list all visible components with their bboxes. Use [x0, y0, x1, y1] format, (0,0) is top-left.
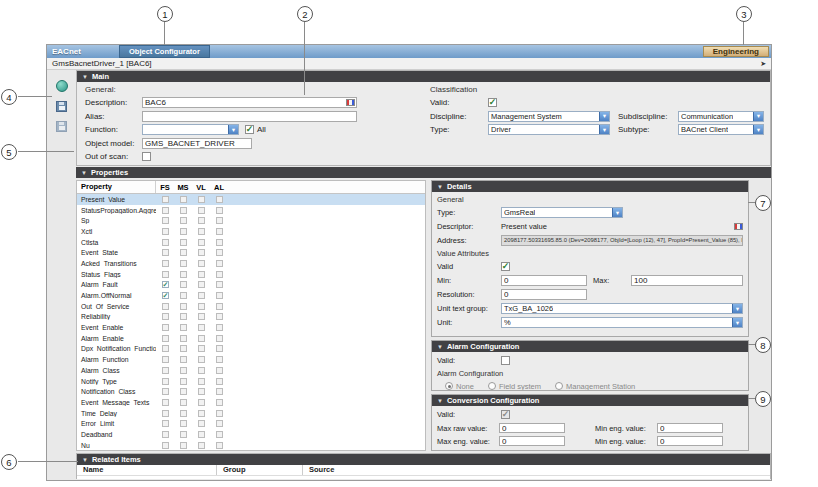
property-vl-checkbox[interactable] [198, 228, 205, 235]
property-fs-checkbox[interactable] [162, 335, 169, 342]
property-al-checkbox[interactable] [216, 399, 223, 406]
property-ms-checkbox[interactable] [180, 292, 187, 299]
property-fs-checkbox[interactable] [162, 324, 169, 331]
property-vl-checkbox[interactable] [198, 292, 205, 299]
resolution-input[interactable] [501, 289, 587, 300]
property-row[interactable]: Event_Enable [77, 322, 425, 333]
alarm-option-field-system[interactable]: Field system [488, 382, 541, 391]
property-al-checkbox[interactable] [216, 281, 223, 288]
property-ms-checkbox[interactable] [180, 281, 187, 288]
property-ms-checkbox[interactable] [180, 378, 187, 385]
property-ms-checkbox[interactable] [180, 367, 187, 374]
property-fs-checkbox[interactable] [162, 378, 169, 385]
property-vl-checkbox[interactable] [198, 431, 205, 438]
property-row[interactable]: Notification_Class [77, 386, 425, 397]
property-al-checkbox[interactable] [216, 292, 223, 299]
engineering-mode-button[interactable]: Engineering [703, 46, 769, 57]
language-flag-icon[interactable] [346, 99, 355, 106]
property-ms-checkbox[interactable] [180, 345, 187, 352]
column-header-vl[interactable]: VL [192, 183, 210, 192]
conversion-field-input[interactable] [657, 423, 723, 433]
property-row[interactable]: Sp [77, 215, 425, 226]
property-row[interactable]: Present_Value [77, 194, 425, 205]
property-fs-checkbox[interactable] [162, 442, 169, 449]
property-vl-checkbox[interactable] [198, 303, 205, 310]
property-fs-checkbox[interactable] [162, 249, 169, 256]
status-circle-icon[interactable] [56, 80, 68, 92]
all-checkbox[interactable]: ✓ [245, 125, 254, 134]
property-ms-checkbox[interactable] [180, 420, 187, 427]
property-al-checkbox[interactable] [216, 313, 223, 320]
property-ms-checkbox[interactable] [180, 260, 187, 267]
save-as-icon[interactable] [56, 121, 67, 132]
property-row[interactable]: Alarm_Function [77, 354, 425, 365]
column-header-source[interactable]: Source [303, 465, 770, 475]
property-al-checkbox[interactable] [216, 345, 223, 352]
property-al-checkbox[interactable] [216, 271, 223, 278]
property-fs-checkbox[interactable] [162, 388, 169, 395]
language-flag-icon[interactable] [734, 223, 743, 230]
property-row[interactable]: Alarm_Class [77, 365, 425, 376]
property-ms-checkbox[interactable] [180, 228, 187, 235]
property-row[interactable]: Ctlsta [77, 237, 425, 248]
column-header-ms[interactable]: MS [174, 183, 192, 192]
property-vl-checkbox[interactable] [198, 420, 205, 427]
property-al-checkbox[interactable] [216, 388, 223, 395]
property-row[interactable]: StatusPropagation.Aggregat [77, 205, 425, 216]
property-al-checkbox[interactable] [216, 367, 223, 374]
property-ms-checkbox[interactable] [180, 410, 187, 417]
type-dropdown[interactable]: Driver ▼ [488, 124, 610, 135]
property-vl-checkbox[interactable] [198, 367, 205, 374]
alarm-option-management-station[interactable]: Management Station [555, 382, 635, 391]
property-vl-checkbox[interactable] [198, 345, 205, 352]
property-vl-checkbox[interactable] [198, 207, 205, 214]
property-vl-checkbox[interactable] [198, 260, 205, 267]
property-vl-checkbox[interactable] [198, 356, 205, 363]
tab-object-configurator[interactable]: Object Configurator [119, 45, 210, 58]
property-al-checkbox[interactable] [216, 196, 223, 203]
conversion-configuration-header[interactable]: ▼ Conversion Configuration [432, 395, 748, 406]
property-al-checkbox[interactable] [216, 260, 223, 267]
property-vl-checkbox[interactable] [198, 239, 205, 246]
property-ms-checkbox[interactable] [180, 313, 187, 320]
property-row[interactable]: Alarm_Enable [77, 333, 425, 344]
property-al-checkbox[interactable] [216, 324, 223, 331]
main-section-header[interactable]: ▼ Main [77, 71, 770, 82]
details-section-header[interactable]: ▼ Details [432, 181, 748, 192]
property-row[interactable]: Xctl [77, 226, 425, 237]
property-row[interactable]: Notify_Type [77, 376, 425, 387]
property-fs-checkbox[interactable] [162, 217, 169, 224]
unit-text-group-dropdown[interactable]: TxG_BA_1026 ▼ [501, 303, 743, 314]
property-vl-checkbox[interactable] [198, 217, 205, 224]
property-row[interactable]: Reliability [77, 312, 425, 323]
alarm-option-none[interactable]: None [445, 382, 474, 391]
out-of-scan-checkbox[interactable] [142, 152, 151, 161]
property-ms-checkbox[interactable] [180, 388, 187, 395]
max-input[interactable] [631, 275, 743, 286]
min-input[interactable] [501, 275, 587, 286]
property-fs-checkbox[interactable] [162, 367, 169, 374]
arrow-icon[interactable]: ➤ [760, 60, 766, 68]
column-header-group[interactable]: Group [217, 465, 303, 475]
property-al-checkbox[interactable] [216, 228, 223, 235]
classification-valid-checkbox[interactable]: ✓ [488, 98, 497, 107]
conversion-field-input[interactable] [499, 436, 565, 446]
alarm-valid-checkbox[interactable] [501, 356, 510, 365]
property-ms-checkbox[interactable] [180, 249, 187, 256]
property-fs-checkbox[interactable] [162, 410, 169, 417]
property-row[interactable]: Status_Flags [77, 269, 425, 280]
conversion-field-input[interactable] [657, 436, 723, 446]
property-fs-checkbox[interactable] [162, 420, 169, 427]
property-fs-checkbox[interactable]: ✓ [162, 292, 169, 299]
property-vl-checkbox[interactable] [198, 335, 205, 342]
property-al-checkbox[interactable] [216, 356, 223, 363]
property-al-checkbox[interactable] [216, 207, 223, 214]
property-vl-checkbox[interactable] [198, 442, 205, 449]
column-header-al[interactable]: AL [210, 183, 228, 192]
property-al-checkbox[interactable] [216, 431, 223, 438]
property-row[interactable]: Nu [77, 440, 425, 450]
column-header-name[interactable]: Name [77, 465, 217, 475]
property-ms-checkbox[interactable] [180, 324, 187, 331]
property-vl-checkbox[interactable] [198, 271, 205, 278]
property-row[interactable]: Error_Limit [77, 418, 425, 429]
